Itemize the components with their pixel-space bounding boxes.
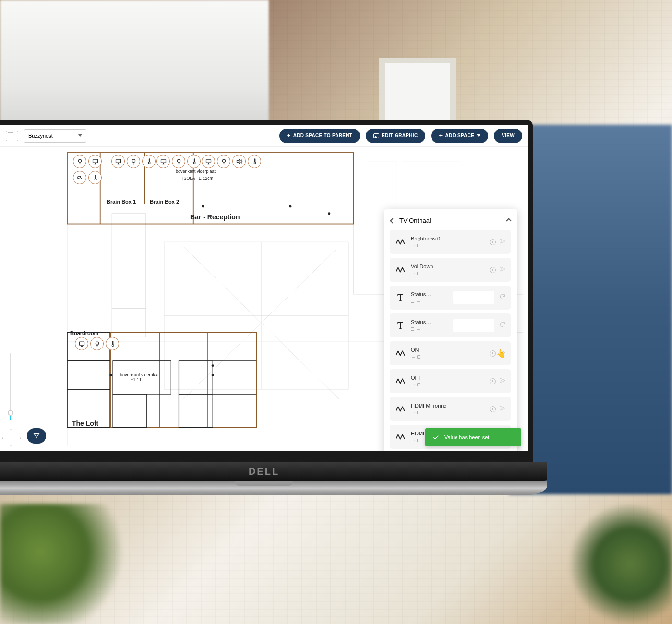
control-name: OFF: [411, 375, 485, 381]
status-input[interactable]: [453, 319, 494, 332]
pan-right-button[interactable]: ›: [19, 435, 21, 441]
zone-thermo-icon[interactable]: [248, 155, 261, 168]
edit-graphic-button[interactable]: EDIT GRAPHIC: [366, 129, 425, 143]
pan-left-button[interactable]: ‹: [2, 435, 4, 441]
toast-success: Value has been set: [425, 428, 521, 446]
topbar: Buzzynest + ADD SPACE TO PARENT EDIT GRA…: [0, 125, 528, 147]
zone-camera-icon[interactable]: [73, 171, 86, 184]
svg-point-37: [109, 374, 112, 376]
pan-up-button[interactable]: ⌃: [9, 428, 13, 433]
add-space-to-parent-button[interactable]: + ADD SPACE TO PARENT: [279, 129, 360, 143]
zone-bulb-icon[interactable]: [217, 155, 230, 168]
caret-down-icon: [78, 134, 82, 137]
zone-display-icon[interactable]: [202, 155, 215, 168]
signal-icon: [395, 431, 406, 443]
control-name: HDMI Mirroring: [411, 403, 485, 408]
filter-button[interactable]: [27, 428, 46, 444]
zone-display-icon[interactable]: [111, 155, 125, 168]
control-card[interactable]: TStatus…→: [390, 313, 511, 337]
control-card[interactable]: Brightness 0→: [390, 230, 511, 254]
control-direction: →: [411, 299, 448, 304]
zone-thermo-icon[interactable]: [142, 155, 156, 168]
zone-display-icon[interactable]: [75, 337, 88, 350]
svg-rect-26: [67, 361, 110, 389]
record-icon[interactable]: [490, 350, 496, 357]
zone-thermo-icon[interactable]: [88, 171, 102, 184]
zone-bulb-icon[interactable]: [172, 155, 185, 168]
zone-label-boardroom: Boardroom: [70, 330, 98, 336]
control-name: Status…: [411, 291, 448, 297]
record-icon[interactable]: [490, 267, 496, 273]
status-input[interactable]: [453, 291, 494, 304]
zone-bulb-icon[interactable]: [127, 155, 140, 168]
laptop-brand: DELL: [249, 466, 279, 477]
svg-rect-41: [93, 159, 97, 163]
check-icon: [432, 433, 440, 441]
space-selector[interactable]: Buzzynest: [24, 129, 86, 143]
svg-point-43: [132, 159, 135, 162]
zone-thermo-icon[interactable]: [187, 155, 201, 168]
panel-back-button[interactable]: [390, 218, 395, 223]
floorplan-note-level: +1.11: [131, 377, 142, 382]
floorplan-canvas[interactable]: Brain Box 1 Brain Box 2 Bar - Reception …: [0, 147, 528, 451]
zone-label-the-loft: The Loft: [72, 420, 98, 427]
svg-rect-29: [113, 394, 147, 427]
record-icon[interactable]: [490, 406, 496, 412]
floorplan-note-isolatie: ISOLATIE 12cm: [182, 176, 213, 180]
zoom-thumb[interactable]: [8, 410, 13, 416]
svg-rect-11: [112, 309, 146, 337]
pan-down-button[interactable]: ⌄: [9, 442, 13, 447]
send-icon[interactable]: [500, 405, 506, 413]
send-icon[interactable]: [500, 349, 506, 358]
control-card[interactable]: OFF→: [390, 369, 511, 393]
zone-bulb-icon[interactable]: [90, 337, 104, 350]
panel-collapse-button[interactable]: [506, 218, 511, 223]
svg-rect-42: [116, 159, 120, 163]
laptop-base: DELL: [0, 462, 547, 495]
svg-point-45: [177, 159, 180, 162]
record-icon[interactable]: [490, 239, 496, 245]
zone-speaker-icon[interactable]: [232, 155, 246, 168]
panel-title: TV Onthaal: [399, 217, 502, 224]
app-logo-icon[interactable]: [6, 131, 18, 141]
signal-icon: [395, 348, 406, 359]
app-screen: Buzzynest + ADD SPACE TO PARENT EDIT GRA…: [0, 125, 528, 451]
zone-label-brainbox2: Brain Box 2: [150, 199, 179, 204]
signal-icon: [395, 403, 406, 415]
zoom-slider[interactable]: [6, 353, 15, 440]
svg-point-38: [212, 364, 214, 367]
control-name: Vol Down: [411, 264, 485, 269]
svg-point-39: [212, 374, 214, 376]
svg-rect-46: [206, 159, 211, 163]
control-card[interactable]: TStatus…→: [390, 286, 511, 310]
svg-rect-48: [79, 342, 84, 345]
control-card[interactable]: ON→👆: [390, 341, 511, 365]
control-direction: →: [411, 326, 448, 332]
refresh-icon[interactable]: [499, 293, 506, 302]
svg-rect-28: [113, 361, 171, 394]
panel-body[interactable]: Brightness 0→Vol Down→TStatus…→TStatus…→…: [390, 230, 514, 451]
svg-point-47: [222, 159, 225, 162]
zone-display-icon[interactable]: [88, 155, 102, 168]
zone-display-icon[interactable]: [156, 155, 170, 168]
record-icon[interactable]: [490, 378, 496, 384]
send-icon[interactable]: [500, 265, 506, 274]
zone-bulb-icon[interactable]: [73, 155, 86, 168]
signal-icon: [395, 375, 406, 387]
caret-down-icon: [477, 134, 480, 137]
image-icon: [373, 133, 379, 138]
zone-thermo-icon[interactable]: [106, 337, 119, 350]
control-card[interactable]: HDMI Mirroring→: [390, 397, 511, 421]
add-space-button[interactable]: + ADD SPACE: [431, 129, 488, 143]
view-button[interactable]: VIEW: [494, 129, 522, 143]
control-card[interactable]: Vol Down→: [390, 258, 511, 282]
toast-message: Value has been set: [444, 434, 489, 440]
send-icon[interactable]: [500, 238, 506, 246]
refresh-icon[interactable]: [499, 321, 506, 330]
floorplan-note-bovenkant: bovenkant vloerplaat: [176, 169, 216, 174]
space-selector-value: Buzzynest: [28, 133, 53, 139]
send-icon[interactable]: [500, 377, 506, 385]
zone-label-brainbox1: Brain Box 1: [107, 199, 136, 204]
signal-icon: [395, 236, 406, 248]
text-type-icon: T: [395, 320, 406, 331]
